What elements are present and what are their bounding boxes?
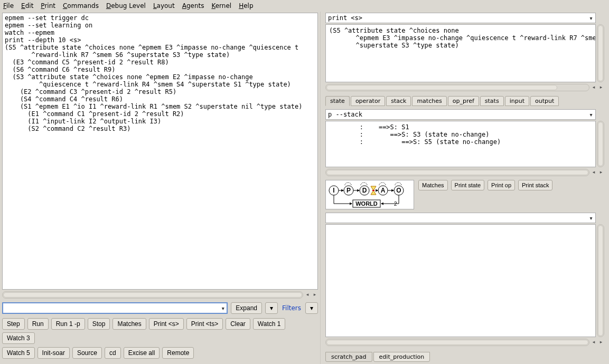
initsoar-button[interactable]: Init-soar — [38, 347, 70, 359]
panel3-command-input[interactable] — [325, 213, 596, 223]
command-input[interactable] — [2, 302, 228, 314]
chevron-down-icon[interactable]: ▾ — [587, 14, 595, 22]
tab-edit-production[interactable]: edit_production — [373, 352, 430, 362]
panel2-command-input[interactable] — [325, 109, 596, 120]
panel2-v-scrollbar[interactable] — [597, 121, 604, 167]
expand-button[interactable]: Expand — [231, 302, 262, 314]
svg-text:2: 2 — [394, 201, 397, 207]
matches-button[interactable]: Matches — [113, 318, 146, 330]
decision-cycle-diagram: I P D A O — [325, 180, 414, 209]
printts-button[interactable]: Print <ts> — [186, 318, 223, 330]
tab-stats[interactable]: stats — [480, 96, 504, 106]
svg-text:P: P — [346, 187, 351, 194]
tab-op-pref[interactable]: op_pref — [448, 96, 479, 106]
panel1-tabs: state operator stack matches op_pref sta… — [325, 96, 604, 106]
scroll-left-icon[interactable]: ◂ — [304, 292, 311, 298]
tab-state[interactable]: state — [325, 96, 350, 106]
cd-button[interactable]: cd — [105, 347, 121, 359]
step-button[interactable]: Step — [2, 318, 25, 330]
scroll-right-icon[interactable]: ▸ — [312, 292, 318, 298]
scroll-left-icon[interactable]: ◂ — [591, 84, 597, 91]
run1p-button[interactable]: Run 1 -p — [51, 318, 85, 330]
tab-operator[interactable]: operator — [351, 96, 385, 106]
scroll-right-icon[interactable]: ▸ — [598, 169, 604, 176]
scroll-left-icon[interactable]: ◂ — [591, 339, 597, 346]
tab-scratch-pad[interactable]: scratch_pad — [325, 352, 372, 362]
scroll-right-icon[interactable]: ▸ — [598, 84, 604, 91]
chevron-down-icon[interactable]: ▾ — [587, 110, 595, 119]
svg-text:WORLD: WORLD — [355, 200, 378, 207]
menu-print[interactable]: Print — [41, 2, 55, 9]
panel3-v-scrollbar[interactable] — [597, 224, 604, 337]
tab-input[interactable]: input — [505, 96, 529, 106]
command-input-combo[interactable]: ▾ — [2, 302, 228, 314]
print-op-button[interactable]: Print op — [488, 180, 515, 190]
expand-dropdown[interactable]: ▾ — [265, 302, 278, 314]
console-h-scrollbar[interactable] — [2, 291, 303, 299]
tab-output[interactable]: output — [530, 96, 559, 106]
scroll-right-icon[interactable]: ▸ — [598, 339, 604, 346]
svg-text:D: D — [362, 187, 367, 194]
watch5-button[interactable]: Watch 5 — [2, 347, 35, 359]
filters-label[interactable]: Filters — [281, 304, 302, 312]
cycle-matches-button[interactable]: Matches — [418, 180, 448, 190]
menu-file[interactable]: File — [3, 2, 14, 9]
filters-dropdown[interactable]: ▾ — [305, 302, 318, 314]
panel2-output: : ==>S: S1 : ==>S: S3 (state no-change) … — [325, 121, 596, 167]
svg-text:O: O — [396, 187, 401, 194]
clear-button[interactable]: Clear — [226, 318, 250, 330]
run-button[interactable]: Run — [27, 318, 49, 330]
svg-text:I: I — [333, 187, 334, 194]
svg-text:A: A — [381, 187, 386, 194]
panel1-command-input[interactable] — [325, 13, 596, 23]
print-state-button[interactable]: Print state — [451, 180, 485, 190]
chevron-down-icon[interactable]: ▾ — [587, 214, 595, 222]
remote-button[interactable]: Remote — [162, 347, 194, 359]
watch3-button[interactable]: Watch 3 — [2, 332, 35, 344]
panel1-h-scrollbar[interactable] — [325, 84, 589, 91]
console-output: epmem --set trigger dc epmem --set learn… — [2, 13, 318, 290]
tab-matches[interactable]: matches — [412, 96, 446, 106]
source-button[interactable]: Source — [72, 347, 102, 359]
menu-edit[interactable]: Edit — [21, 2, 33, 9]
watch1-button[interactable]: Watch 1 — [253, 318, 286, 330]
scroll-left-icon[interactable]: ◂ — [591, 169, 597, 176]
prints-button[interactable]: Print <s> — [149, 318, 184, 330]
panel2-h-scrollbar[interactable] — [325, 169, 589, 176]
panel1-v-scrollbar[interactable] — [597, 24, 604, 82]
menu-kernel[interactable]: Kernel — [211, 2, 231, 9]
tab-stack[interactable]: stack — [386, 96, 411, 106]
menu-debug-level[interactable]: Debug Level — [106, 2, 146, 9]
panel1-output: (S5 ^attribute state ^choices none ^epme… — [325, 24, 596, 82]
menu-layout[interactable]: Layout — [153, 2, 175, 9]
menubar: File Edit Print Commands Debug Level Lay… — [0, 0, 609, 12]
chevron-down-icon[interactable]: ▾ — [219, 304, 227, 312]
menu-commands[interactable]: Commands — [63, 2, 99, 9]
excise-all-button[interactable]: Excise all — [124, 347, 160, 359]
panel3-h-scrollbar[interactable] — [325, 339, 589, 346]
menu-agents[interactable]: Agents — [182, 2, 204, 9]
print-stack-button[interactable]: Print stack — [518, 180, 552, 190]
stop-button[interactable]: Stop — [88, 318, 110, 330]
panel3-output — [325, 224, 596, 337]
menu-help[interactable]: Help — [239, 2, 253, 9]
